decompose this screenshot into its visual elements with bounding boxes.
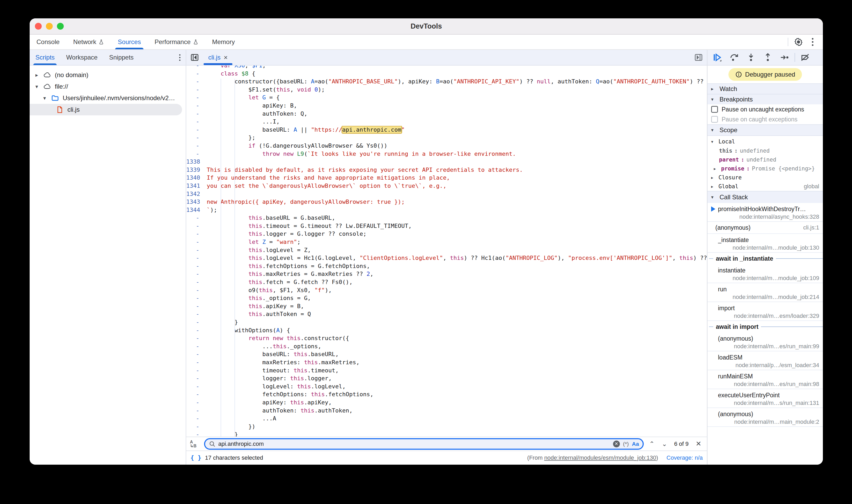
- call-stack-frame[interactable]: runMainESMnode:internal/m…es/run_main:98: [708, 370, 823, 389]
- call-stack-frame[interactable]: loadESMnode:internal/p…/esm_loader:34: [708, 352, 823, 370]
- section-breakpoints[interactable]: ▾ Breakpoints: [708, 94, 823, 104]
- code-line[interactable]: - ...this._options,: [186, 342, 707, 350]
- line-gutter[interactable]: -: [186, 350, 203, 358]
- line-gutter[interactable]: -: [186, 118, 203, 126]
- chevron-down-icon[interactable]: ▾: [42, 95, 48, 101]
- step-over-button[interactable]: [727, 51, 742, 64]
- call-stack-frame[interactable]: (anonymous)cli.js:1: [708, 222, 823, 234]
- code-line[interactable]: - this.baseURL = G.baseURL,: [186, 214, 707, 222]
- code-line[interactable]: - logLevel: this.logLevel,: [186, 383, 707, 391]
- close-find-bar-icon[interactable]: ✕: [694, 440, 703, 448]
- resume-script-button[interactable]: [710, 51, 725, 64]
- line-gutter[interactable]: -: [186, 134, 203, 142]
- line-gutter[interactable]: -: [186, 391, 203, 399]
- source-origin-link[interactable]: node:internal/modules/esm/module_job:130: [544, 454, 656, 461]
- tab-scripts[interactable]: Scripts: [30, 50, 60, 65]
- code-line[interactable]: - let G = {: [186, 94, 707, 102]
- tab-sources[interactable]: Sources: [111, 35, 148, 49]
- code-line[interactable]: - ...A: [186, 415, 707, 423]
- line-gutter[interactable]: 1342: [186, 190, 203, 198]
- code-line[interactable]: - constructor({baseURL: A=ao("ANTHROPIC_…: [186, 78, 707, 86]
- next-match-icon[interactable]: ⌄: [660, 440, 669, 448]
- line-gutter[interactable]: -: [186, 214, 203, 222]
- line-gutter[interactable]: -: [186, 78, 203, 86]
- checkbox-unchecked[interactable]: [711, 106, 718, 113]
- code-line[interactable]: - this.apiKey = B,: [186, 302, 707, 310]
- scope-local[interactable]: ▾Local: [708, 137, 823, 146]
- line-gutter[interactable]: -: [186, 302, 203, 310]
- line-gutter[interactable]: -: [186, 334, 203, 342]
- tab-performance[interactable]: Performance: [148, 35, 205, 49]
- regex-toggle[interactable]: (*): [623, 441, 629, 447]
- code-line[interactable]: - this.timeout = G.timeout ?? Lw.DEFAULT…: [186, 222, 707, 230]
- chevron-right-icon[interactable]: ▸: [34, 72, 40, 78]
- call-stack-frame[interactable]: importnode:internal/m…esm/loader:329: [708, 302, 823, 321]
- clear-search-icon[interactable]: ✕: [613, 440, 620, 447]
- line-gutter[interactable]: -: [186, 66, 203, 70]
- line-gutter[interactable]: -: [186, 262, 203, 270]
- code-line[interactable]: - authToken: this.authToken,: [186, 407, 707, 415]
- toggle-navigator-icon[interactable]: [186, 50, 203, 65]
- call-stack-frame[interactable]: instantiatenode:internal/m…module_job:10…: [708, 264, 823, 283]
- call-stack-frame[interactable]: _instantiatenode:internal/m…module_job:1…: [708, 234, 823, 253]
- code-editor[interactable]: - var X50, $F1;- class $8 {- constructor…: [186, 66, 707, 437]
- pause-uncaught-exceptions-row[interactable]: Pause on uncaught exceptions: [708, 104, 823, 114]
- tab-workspace[interactable]: Workspace: [60, 50, 103, 65]
- code-line[interactable]: 1340If you understand the risks and have…: [186, 174, 707, 182]
- code-line[interactable]: - class $8 {: [186, 70, 707, 78]
- step-button[interactable]: [777, 51, 792, 64]
- line-gutter[interactable]: 1338: [186, 158, 203, 166]
- section-scope[interactable]: ▾ Scope: [708, 124, 823, 135]
- line-gutter[interactable]: -: [186, 383, 203, 391]
- call-stack-frame[interactable]: (anonymous)node:internal/m…main_module:2: [708, 408, 823, 427]
- tab-snippets[interactable]: Snippets: [103, 50, 139, 65]
- code-line[interactable]: - $F1.set(this, void 0);: [186, 86, 707, 94]
- line-gutter[interactable]: -: [186, 142, 203, 150]
- scope-var-parent[interactable]: parent: undefined: [708, 155, 823, 164]
- line-gutter[interactable]: -: [186, 110, 203, 118]
- more-options-icon[interactable]: [806, 35, 819, 49]
- code-line[interactable]: - var X50, $F1;: [186, 66, 707, 70]
- code-line[interactable]: - baseURL: this.baseURL,: [186, 350, 707, 358]
- chevron-down-icon[interactable]: ▾: [34, 84, 40, 90]
- tree-item-no-domain[interactable]: ▸ (no domain): [30, 69, 186, 81]
- code-line[interactable]: 1341you can set the \`dangerouslyAllowBr…: [186, 182, 707, 190]
- line-gutter[interactable]: -: [186, 222, 203, 230]
- code-line[interactable]: - };: [186, 134, 707, 142]
- tree-item-clijs[interactable]: cli.js: [30, 104, 182, 115]
- line-gutter[interactable]: -: [186, 238, 203, 246]
- search-input[interactable]: api.anthropic.com ✕ (*) Aa: [204, 438, 644, 450]
- code-line[interactable]: - ...I,: [186, 118, 707, 126]
- code-line[interactable]: - this.fetch = G.fetch ?? Fs0(),: [186, 278, 707, 286]
- code-line[interactable]: - this.logLevel = Hc1(G.logLevel, "Clien…: [186, 254, 707, 262]
- line-gutter[interactable]: -: [186, 431, 203, 437]
- scope-var-promise[interactable]: ▸ promise: Promise {<pending>}: [708, 164, 823, 173]
- line-gutter[interactable]: -: [186, 246, 203, 254]
- call-stack-frame[interactable]: promiseInitHookWithDestroyTr…node:intern…: [708, 203, 823, 222]
- line-gutter[interactable]: -: [186, 150, 203, 158]
- line-gutter[interactable]: -: [186, 423, 203, 431]
- code-line[interactable]: - this.fetchOptions = G.fetchOptions,: [186, 262, 707, 270]
- line-gutter[interactable]: 1339: [186, 166, 203, 174]
- code-line[interactable]: - apiKey: B,: [186, 102, 707, 110]
- toggle-debugger-sidebar-icon[interactable]: [690, 50, 707, 65]
- line-gutter[interactable]: -: [186, 366, 203, 375]
- step-out-button[interactable]: [761, 51, 775, 64]
- code-line[interactable]: - logger: this.logger,: [186, 375, 707, 383]
- code-line[interactable]: - fetchOptions: this.fetchOptions,: [186, 391, 707, 399]
- code-line[interactable]: - this.logLevel = Z,: [186, 246, 707, 254]
- tree-item-folder[interactable]: ▾ Users/jinhuilee/.nvm/versions/node/v2…: [30, 92, 186, 104]
- tab-memory[interactable]: Memory: [206, 35, 242, 49]
- line-gutter[interactable]: -: [186, 375, 203, 383]
- code-line[interactable]: - baseURL: A || "https://api.anthropic.c…: [186, 126, 707, 134]
- editor-tab-clijs[interactable]: cli.js ×: [203, 50, 233, 65]
- code-line[interactable]: - }): [186, 423, 707, 431]
- line-gutter[interactable]: -: [186, 254, 203, 262]
- code-line[interactable]: - maxRetries: this.maxRetries,: [186, 358, 707, 366]
- line-gutter[interactable]: -: [186, 318, 203, 326]
- code-line[interactable]: - withOptions(A) {: [186, 326, 707, 335]
- code-line[interactable]: - o9(this, $F1, Xs0, "f"),: [186, 286, 707, 294]
- section-call-stack[interactable]: ▾ Call Stack: [708, 191, 823, 203]
- code-line[interactable]: - this.authToken = Q: [186, 310, 707, 318]
- previous-match-icon[interactable]: ⌃: [647, 440, 656, 448]
